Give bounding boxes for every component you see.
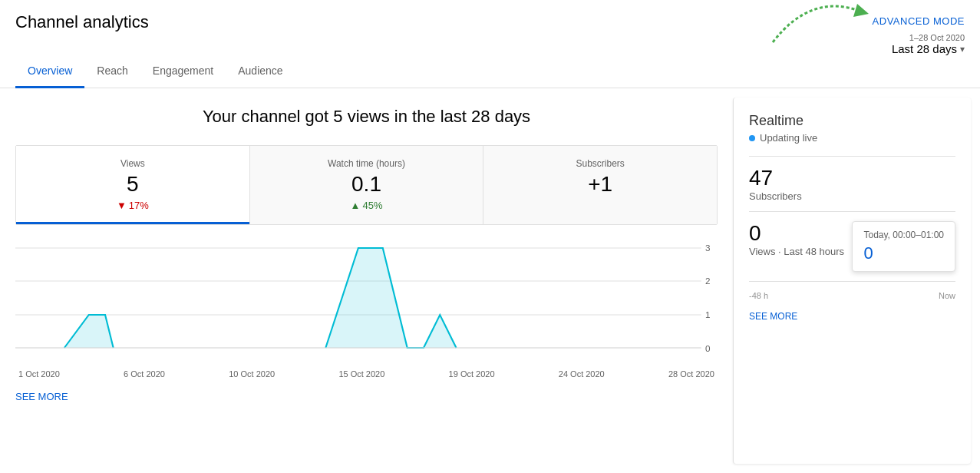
tab-overview[interactable]: Overview: [15, 55, 84, 88]
x-label-6: 24 Oct 2020: [559, 369, 605, 379]
tooltip-title: Today, 00:00–01:00: [863, 230, 944, 240]
curved-arrow-decoration: [765, 0, 873, 46]
realtime-title: Realtime: [749, 113, 955, 129]
up-arrow-icon: ▲: [351, 200, 361, 211]
divider-3: [749, 281, 955, 282]
date-range-value: Last 28 days ▾: [892, 42, 965, 55]
date-range-label: 1–28 Oct 2020: [909, 33, 965, 42]
dropdown-arrow-icon: ▾: [960, 44, 965, 55]
see-more-realtime-button[interactable]: SEE MORE: [749, 311, 955, 322]
watch-time-label: Watch time (hours): [328, 158, 405, 169]
divider-2: [749, 211, 955, 212]
time-end-label: Now: [939, 291, 955, 300]
svg-text:1: 1: [705, 310, 711, 319]
views-change: ▼ 17%: [117, 200, 149, 211]
watch-time-value: 0.1: [351, 172, 381, 197]
live-dot-icon: [749, 135, 755, 141]
tooltip-value: 0: [863, 243, 944, 263]
svg-text:0: 0: [705, 344, 711, 353]
chart-x-labels: 1 Oct 2020 6 Oct 2020 10 Oct 2020 15 Oct…: [15, 369, 718, 379]
realtime-panel: Realtime Updating live 47 Subscribers 0 …: [733, 98, 971, 464]
date-range-selector[interactable]: 1–28 Oct 2020 Last 28 days ▾: [892, 33, 965, 55]
see-more-button[interactable]: SEE MORE: [15, 391, 68, 402]
divider-1: [749, 156, 955, 157]
subscribers-label: Subscribers: [576, 158, 625, 169]
subscribers-realtime-label: Subscribers: [749, 190, 955, 202]
metric-views[interactable]: Views 5 ▼ 17%: [16, 146, 249, 224]
tab-audience[interactable]: Audience: [226, 55, 295, 88]
updating-live: Updating live: [749, 132, 955, 144]
tab-reach[interactable]: Reach: [84, 55, 140, 88]
svg-marker-0: [853, 4, 869, 17]
nav-tabs: Overview Reach Engagement Audience: [0, 55, 980, 88]
views-realtime-value: 0: [749, 221, 844, 246]
metrics-bar: Views 5 ▼ 17% Watch time (hours) 0.1 ▲ 4…: [15, 145, 718, 225]
x-label-7: 28 Oct 2020: [668, 369, 714, 379]
x-label-4: 15 Oct 2020: [338, 369, 384, 379]
svg-text:2: 2: [705, 276, 711, 286]
tab-engagement[interactable]: Engagement: [140, 55, 226, 88]
watch-time-change: ▲ 45%: [351, 200, 383, 211]
time-start-label: -48 h: [749, 291, 768, 300]
views-last48-label: Views · Last 48 hours: [749, 246, 844, 257]
analytics-chart: 3 2 1 0: [15, 240, 718, 363]
page-title: Channel analytics: [15, 12, 149, 41]
metric-watch-time[interactable]: Watch time (hours) 0.1 ▲ 45%: [249, 146, 483, 224]
channel-summary: Your channel got 5 views in the last 28 …: [15, 107, 718, 127]
down-arrow-icon: ▼: [117, 200, 127, 211]
x-label-3: 10 Oct 2020: [229, 369, 275, 379]
views-value: 5: [127, 172, 139, 197]
realtime-tooltip: Today, 00:00–01:00 0: [852, 221, 955, 272]
svg-text:3: 3: [705, 243, 711, 253]
views-label: Views: [120, 158, 145, 169]
svg-marker-10: [325, 248, 456, 348]
subscribers-realtime-value: 47: [749, 166, 955, 190]
x-label-2: 6 Oct 2020: [124, 369, 165, 379]
subscribers-value: +1: [588, 172, 612, 197]
metric-subscribers[interactable]: Subscribers +1: [483, 146, 717, 224]
x-label-1: 1 Oct 2020: [18, 369, 60, 379]
time-labels: -48 h Now: [749, 291, 955, 300]
chart-container: 3 2 1 0: [15, 240, 718, 363]
x-label-5: 19 Oct 2020: [449, 369, 495, 379]
advanced-mode-link[interactable]: ADVANCED MODE: [873, 15, 965, 27]
